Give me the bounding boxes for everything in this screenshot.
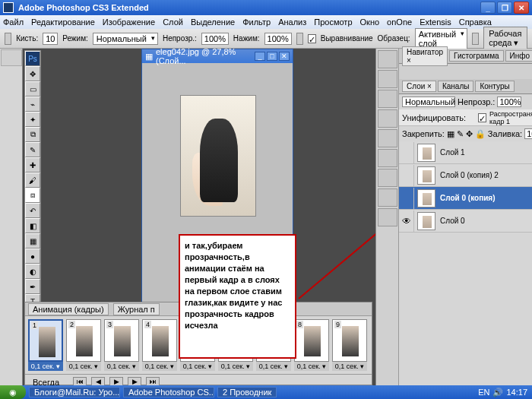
dock-icon[interactable] [378, 70, 397, 88]
layer-row[interactable]: Слой 0 (копия) 2 [399, 164, 532, 187]
layer-thumbnail[interactable] [417, 189, 435, 207]
start-button[interactable]: ◉ [0, 385, 26, 399]
menu-file[interactable]: Файл [3, 17, 24, 27]
tray-icon[interactable]: 🔊 [492, 388, 503, 397]
taskbar-item[interactable]: 2 Проводник [217, 387, 277, 397]
blur-tool[interactable]: ● [25, 249, 40, 264]
lock-trans-icon[interactable]: ▦ [447, 129, 454, 139]
propagate-checkbox[interactable]: ✓ [478, 113, 486, 122]
pen-tool[interactable]: ✒ [25, 279, 40, 294]
menu-layer[interactable]: Слой [163, 17, 183, 27]
animation-frame[interactable]: 30,1 сек. ▾ [104, 319, 139, 371]
minimize-button[interactable]: _ [480, 2, 496, 14]
wand-tool[interactable]: ✦ [25, 112, 40, 127]
brush-size[interactable]: 10 [43, 33, 58, 45]
tab-navigator[interactable]: Навигатор × [402, 46, 448, 66]
frame-time[interactable]: 0,1 сек. ▾ [104, 362, 139, 371]
layer-thumbnail[interactable] [417, 144, 435, 162]
blend-mode-select[interactable]: Нормальный [402, 97, 455, 107]
layer-opacity-field[interactable]: 100% [497, 97, 521, 107]
dock-icon[interactable] [378, 129, 397, 147]
doc-max-button[interactable]: □ [267, 52, 277, 61]
menu-analysis[interactable]: Анализ [278, 17, 306, 27]
document-titlebar[interactable]: ▦ eleg042.jpg @ 27,8% (Слой... _ □ ✕ [142, 49, 293, 63]
frame-time[interactable]: 0,1 сек. ▾ [218, 362, 253, 371]
frame-time[interactable]: 0,1 сек. ▾ [66, 362, 101, 371]
dock-icon[interactable] [378, 149, 397, 167]
dodge-tool[interactable]: ◐ [25, 264, 40, 279]
animation-frame[interactable]: 80,1 сек. ▾ [294, 319, 329, 371]
dock-icon[interactable] [378, 169, 397, 187]
move-tool[interactable]: ✥ [25, 66, 40, 81]
mode-select[interactable]: Нормальный [93, 33, 158, 45]
menu-filter[interactable]: Фильтр [242, 17, 271, 27]
maximize-button[interactable]: ❐ [497, 2, 512, 14]
dock-icon[interactable] [378, 109, 397, 128]
history-brush-tool[interactable]: ↶ [25, 203, 40, 218]
menu-image[interactable]: Изображение [103, 17, 155, 27]
layer-thumbnail[interactable] [417, 212, 435, 230]
dock-button[interactable] [1, 49, 22, 66]
dock-icon[interactable] [378, 50, 397, 68]
lasso-tool[interactable]: ⌁ [25, 97, 40, 112]
crop-tool[interactable]: ⧉ [25, 127, 40, 142]
lock-pos-icon[interactable]: ✥ [466, 129, 473, 139]
frame-time[interactable]: 0,1 сек. ▾ [294, 362, 329, 371]
frame-time[interactable]: 0,1 сек. ▾ [28, 362, 63, 371]
airbrush-icon[interactable] [296, 33, 303, 45]
sample-ignore-icon[interactable] [472, 33, 479, 45]
align-checkbox[interactable]: ✓ [308, 34, 316, 43]
menu-select[interactable]: Выделение [191, 17, 235, 27]
layer-row[interactable]: Слой 0 (копия) [399, 187, 532, 210]
layer-thumbnail[interactable] [417, 166, 435, 185]
menu-onone[interactable]: onOne [387, 17, 412, 27]
menu-window[interactable]: Окно [360, 17, 380, 27]
frame-time[interactable]: 0,1 сек. ▾ [180, 362, 215, 371]
menu-edit[interactable]: Редактирование [31, 17, 95, 27]
tab-layers[interactable]: Слои × [402, 81, 436, 92]
dock-icon[interactable] [378, 90, 397, 108]
tab-history[interactable]: Журнал п [113, 303, 160, 315]
frame-time[interactable]: 0,1 сек. ▾ [256, 362, 291, 371]
dock-icon[interactable] [378, 208, 397, 226]
flow-field[interactable]: 100% [264, 33, 292, 45]
animation-frame[interactable]: 10,1 сек. ▾ [28, 319, 63, 371]
layer-row[interactable]: Слой 1 [399, 141, 532, 164]
tool-preset-icon[interactable] [5, 33, 11, 45]
menu-help[interactable]: Справка [459, 17, 492, 27]
visibility-eye-icon[interactable] [399, 165, 414, 186]
heal-tool[interactable]: ✚ [25, 157, 40, 173]
taskbar-item[interactable]: Блоги@Mail.Ru: Уро... [29, 387, 120, 397]
gradient-tool[interactable]: ▦ [25, 233, 40, 249]
menu-extensis[interactable]: Extensis [420, 17, 451, 27]
canvas-image[interactable] [180, 95, 256, 217]
tab-paths[interactable]: Контуры [475, 81, 514, 92]
brush-tool[interactable]: 🖌 [25, 173, 40, 188]
visibility-eye-icon[interactable] [399, 142, 414, 163]
tab-histogram[interactable]: Гистограмма [449, 50, 504, 62]
lang-indicator[interactable]: EN [478, 388, 489, 397]
lock-all-icon[interactable]: 🔒 [475, 129, 486, 139]
visibility-eye-icon[interactable]: 👁 [399, 211, 414, 232]
frame-time[interactable]: 0,1 сек. ▾ [142, 362, 177, 371]
animation-frame[interactable]: 40,1 сек. ▾ [142, 319, 177, 371]
dock-icon[interactable] [378, 188, 397, 207]
fill-field[interactable]: 100% [524, 128, 532, 139]
animation-frame[interactable]: 20,1 сек. ▾ [66, 319, 101, 371]
menu-view[interactable]: Просмотр [314, 17, 352, 27]
frame-time[interactable]: 0,1 сек. ▾ [332, 362, 367, 371]
tab-channels[interactable]: Каналы [438, 81, 474, 92]
stamp-tool[interactable]: ⧈ [25, 188, 40, 203]
layer-row[interactable]: 👁Слой 0 [399, 210, 532, 233]
eyedropper-tool[interactable]: ✎ [25, 142, 40, 157]
clock[interactable]: 14:17 [506, 388, 527, 397]
doc-close-button[interactable]: ✕ [279, 52, 290, 61]
taskbar-item[interactable]: Adobe Photoshop CS... [123, 387, 214, 397]
doc-min-button[interactable]: _ [255, 52, 265, 61]
close-button[interactable]: ✕ [514, 2, 529, 14]
tab-animation[interactable]: Анимация (кадры) [28, 303, 109, 315]
animation-frame[interactable]: 90,1 сек. ▾ [332, 319, 367, 371]
eraser-tool[interactable]: ◧ [25, 218, 40, 233]
workspace-button[interactable]: Рабочая среда ▾ [483, 27, 527, 50]
opacity-field[interactable]: 100% [201, 33, 229, 45]
